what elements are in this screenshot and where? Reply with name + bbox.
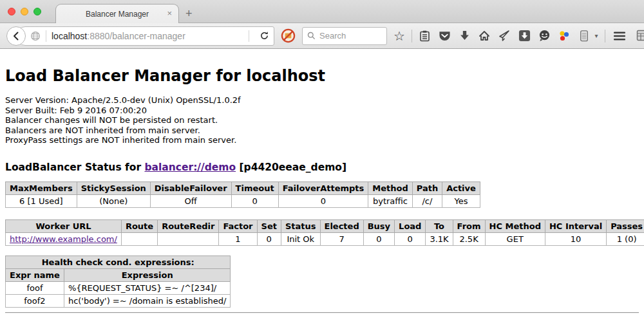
worker-status-table: Worker URL Route RouteRedir Factor Set S… bbox=[5, 219, 644, 246]
cell-expr-name-foof: foof bbox=[6, 281, 64, 294]
table-row: 6 [1 Used] (None) Off 0 0 bytraffic /c/ … bbox=[6, 194, 480, 207]
col-active: Active bbox=[442, 181, 480, 194]
search-bar[interactable]: Search bbox=[302, 27, 387, 45]
loadbalancer-status-heading: LoadBalancer Status for balancer://demo … bbox=[5, 162, 639, 173]
col-worker-url: Worker URL bbox=[6, 219, 122, 232]
table-row: http://www.example.com/ 1 0 Init Ok 7 0 … bbox=[6, 232, 644, 245]
col-expr-name: Expr name bbox=[6, 268, 64, 281]
cell-routeredir bbox=[158, 232, 219, 245]
cell-active: Yes bbox=[442, 194, 480, 207]
home-button[interactable] bbox=[477, 28, 492, 44]
table-row: foof2 hc('body') =~ /domain is establish… bbox=[6, 294, 231, 307]
globe-icon bbox=[30, 31, 41, 41]
window-minimize-button[interactable] bbox=[21, 8, 28, 15]
navigation-toolbar: localhost:8880/balancer-manager Search ☆ bbox=[0, 23, 644, 49]
cell-failoverattempts: 0 bbox=[278, 194, 368, 207]
url-host: localhost bbox=[52, 31, 87, 41]
blocked-plugin-icon bbox=[281, 28, 296, 43]
toolbar-divider bbox=[412, 30, 412, 42]
col-passes: Passes bbox=[607, 219, 644, 232]
session-manager-button[interactable] bbox=[576, 28, 592, 44]
url-divider2 bbox=[249, 30, 249, 42]
col-failoverattempts: FailoverAttempts bbox=[278, 181, 368, 194]
cell-path: /c/ bbox=[412, 194, 442, 207]
col-load: Load bbox=[395, 219, 426, 232]
window-zoom-button[interactable] bbox=[33, 8, 41, 15]
balancer-settings-table: MaxMembers StickySession DisableFailover… bbox=[5, 181, 480, 208]
downloads-button[interactable] bbox=[457, 28, 472, 44]
worker-url-link[interactable]: http://www.example.com/ bbox=[10, 234, 117, 244]
pocket-button[interactable] bbox=[437, 28, 452, 44]
col-routeredir: RouteRedir bbox=[158, 219, 219, 232]
server-built-line: Server Built: Feb 9 2016 07:00:20 bbox=[5, 106, 639, 116]
status-heading-prefix: LoadBalancer Status for bbox=[5, 162, 144, 173]
menu-button[interactable] bbox=[612, 28, 627, 44]
cell-stickysession: (None) bbox=[77, 194, 150, 207]
color-dots-icon bbox=[558, 30, 570, 42]
search-placeholder: Search bbox=[319, 31, 346, 41]
col-hc-method: HC Method bbox=[485, 219, 545, 232]
cell-set: 0 bbox=[257, 232, 281, 245]
cell-expr-name-foof2: foof2 bbox=[6, 294, 64, 307]
col-busy: Busy bbox=[363, 219, 394, 232]
tab-groups-button[interactable] bbox=[635, 28, 644, 44]
health-table-caption: Health check cond. expressions: bbox=[6, 256, 231, 268]
session-manager-dropdown[interactable]: ▾ bbox=[592, 28, 600, 44]
url-text[interactable]: localhost:8880/balancer-manager bbox=[52, 31, 243, 41]
paper-plane-icon bbox=[498, 30, 510, 41]
tab-balancer-manager[interactable]: Balancer Manager × bbox=[55, 4, 179, 23]
col-method: Method bbox=[368, 181, 412, 194]
table-row: foof %{REQUEST_STATUS} =~ /^[234]/ bbox=[6, 281, 231, 294]
col-maxmembers: MaxMembers bbox=[6, 181, 77, 194]
clipboard-icon bbox=[419, 30, 430, 42]
col-path: Path bbox=[412, 181, 442, 194]
hamburger-icon bbox=[613, 31, 626, 41]
col-status: Status bbox=[281, 219, 320, 232]
inherit-notice-line: Balancers are NOT inherited from main se… bbox=[5, 125, 639, 136]
video-download-button[interactable] bbox=[516, 28, 532, 44]
star-icon: ☆ bbox=[393, 30, 405, 42]
window-close-button[interactable] bbox=[8, 8, 15, 15]
send-tab-button[interactable] bbox=[497, 28, 512, 44]
reload-button[interactable] bbox=[254, 28, 274, 44]
table-header-row: Worker URL Route RouteRedir Factor Set S… bbox=[6, 219, 644, 232]
cell-factor: 1 bbox=[219, 232, 257, 245]
video-download-icon bbox=[518, 30, 531, 42]
server-version-line: Server Version: Apache/2.5.0-dev (Unix) … bbox=[5, 95, 639, 106]
back-button[interactable] bbox=[6, 26, 26, 46]
cell-hc-interval: 10 bbox=[545, 232, 606, 245]
cell-status: Init Ok bbox=[281, 232, 320, 245]
cell-hc-method: GET bbox=[485, 232, 545, 245]
tab-close-icon[interactable]: × bbox=[167, 9, 172, 18]
chat-extension-button[interactable] bbox=[536, 28, 552, 44]
download-arrow-icon bbox=[459, 30, 470, 41]
col-set: Set bbox=[257, 219, 281, 232]
cell-timeout: 0 bbox=[231, 194, 278, 207]
col-factor: Factor bbox=[219, 219, 257, 232]
smiley-icon bbox=[538, 30, 551, 42]
colorful-extension-button[interactable] bbox=[556, 28, 572, 44]
bookmark-star-button[interactable]: ☆ bbox=[392, 28, 407, 44]
balancer-demo-link[interactable]: balancer://demo bbox=[144, 162, 236, 173]
col-disablefailover: DisableFailover bbox=[150, 181, 231, 194]
col-expression: Expression bbox=[64, 268, 231, 281]
col-to: To bbox=[426, 219, 453, 232]
url-bar[interactable]: localhost:8880/balancer-manager bbox=[15, 26, 274, 46]
tab-title: Balancer Manager bbox=[86, 10, 149, 19]
reload-icon bbox=[260, 31, 269, 41]
page-title: Load Balancer Manager for localhost bbox=[5, 49, 639, 85]
cell-from: 2.5K bbox=[453, 232, 485, 245]
back-arrow-icon bbox=[11, 31, 21, 41]
cell-load: 0 bbox=[395, 232, 426, 245]
col-route: Route bbox=[121, 219, 157, 232]
new-tab-button[interactable]: + bbox=[185, 7, 193, 21]
table-caption-row: Health check cond. expressions: bbox=[6, 256, 231, 268]
flashblock-button[interactable] bbox=[280, 28, 296, 44]
cell-method: bytraffic bbox=[368, 194, 412, 207]
col-elected: Elected bbox=[320, 219, 363, 232]
proxypass-notice-line: ProxyPass settings are NOT inherited fro… bbox=[5, 135, 639, 145]
cell-to: 3.1K bbox=[426, 232, 453, 245]
cell-disablefailover: Off bbox=[150, 194, 231, 207]
cell-passes: 1 (0) bbox=[607, 232, 644, 245]
reading-list-button[interactable] bbox=[417, 28, 432, 44]
